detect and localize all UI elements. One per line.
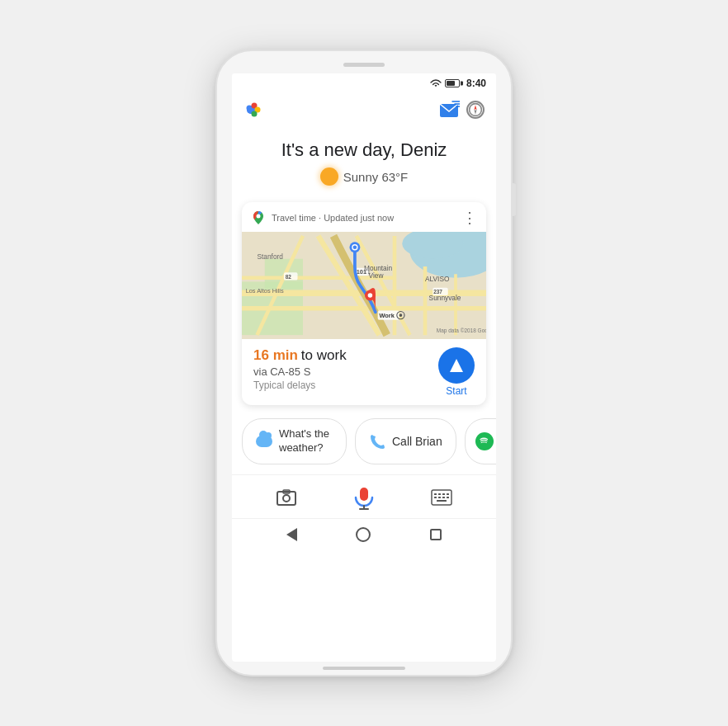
card-header: Travel time · Updated just now ⋮ (242, 202, 486, 232)
call-brian-label: Call Brian (392, 435, 442, 448)
recents-square-icon (430, 529, 442, 540)
svg-text:View: View (369, 271, 385, 280)
travel-delays: Typical delays (253, 380, 347, 391)
start-button-circle (438, 347, 475, 384)
travel-time-label: to work (301, 347, 347, 364)
svg-text:Map data ©2018 Google: Map data ©2018 Google (437, 328, 486, 334)
home-circle-icon (356, 527, 371, 542)
travel-card: Travel time · Updated just now ⋮ (242, 202, 486, 405)
navigation-arrow-icon (450, 359, 463, 372)
travel-route: via CA-85 S (253, 365, 347, 378)
microphone-button[interactable] (350, 483, 378, 512)
weather-chip-label: What's the weather? (279, 427, 333, 455)
status-bar: 8:40 (232, 73, 496, 92)
travel-time-row: 16 min to work (253, 347, 347, 364)
microphone-svg (351, 484, 377, 511)
card-menu-button[interactable]: ⋮ (462, 209, 478, 227)
svg-text:ALVISO: ALVISO (425, 275, 450, 283)
volume-button (512, 183, 516, 216)
svg-marker-11 (474, 105, 476, 110)
svg-point-5 (252, 111, 258, 117)
svg-point-14 (257, 214, 261, 219)
svg-text:Stanford: Stanford (258, 252, 284, 261)
cloud-icon (256, 436, 272, 447)
svg-text:Sunnyvale: Sunnyvale (429, 295, 461, 303)
start-button-label: Start (446, 385, 466, 397)
svg-point-2 (247, 106, 253, 111)
start-button[interactable]: Start (438, 347, 475, 397)
svg-point-46 (368, 293, 373, 298)
svg-rect-64 (438, 497, 441, 498)
svg-marker-12 (474, 110, 476, 115)
map-area: 101 101 237 82 Stanford Los Altos Hills … (242, 232, 486, 339)
svg-rect-66 (447, 497, 449, 498)
screenshot-svg (276, 487, 297, 508)
svg-rect-65 (442, 497, 445, 498)
svg-rect-59 (434, 493, 437, 495)
battery-icon (445, 79, 460, 87)
greeting-title: It's a new day, Deniz (248, 139, 480, 161)
sun-icon (320, 167, 338, 186)
weather-text: Sunny 63°F (343, 170, 409, 184)
phone-speaker (343, 63, 385, 67)
phone-call-icon (369, 433, 385, 450)
battery-fill (447, 81, 456, 86)
card-subtitle: Travel time · Updated just now (272, 213, 394, 223)
spotify-chip[interactable]: L (465, 418, 496, 464)
ga-logo-svg (243, 98, 267, 121)
card-info: 16 min to work via CA-85 S Typical delay… (242, 339, 486, 405)
svg-text:82: 82 (286, 274, 292, 280)
weather-chip[interactable]: What's the weather? (242, 418, 347, 464)
svg-point-44 (353, 245, 357, 249)
greeting-section: It's a new day, Deniz Sunny 63°F (232, 125, 496, 194)
home-bar (323, 667, 405, 670)
call-icon (369, 433, 385, 450)
chips-row: What's the weather? Call Brian (232, 413, 496, 474)
google-assistant-logo (243, 98, 267, 121)
app-bar-icons (438, 101, 485, 119)
spotify-logo (479, 436, 489, 446)
app-bar (232, 92, 496, 125)
status-time: 8:40 (466, 78, 486, 89)
back-triangle-icon (286, 528, 297, 541)
svg-rect-60 (438, 493, 441, 495)
call-brian-chip[interactable]: Call Brian (355, 418, 456, 464)
phone-bottom (323, 662, 405, 675)
spotify-icon (475, 432, 494, 450)
map-svg: 101 101 237 82 Stanford Los Altos Hills … (242, 232, 486, 339)
phone-screen: 8:40 (232, 73, 496, 662)
keyboard-icon[interactable] (430, 486, 453, 509)
status-icons: 8:40 (430, 78, 486, 89)
card-info-left: 16 min to work via CA-85 S Typical delay… (253, 347, 347, 391)
svg-text:Los Altos Hills: Los Altos Hills (246, 287, 284, 295)
svg-rect-67 (437, 500, 447, 502)
svg-rect-63 (434, 497, 437, 498)
weather-row: Sunny 63°F (248, 167, 480, 186)
bottom-toolbar (232, 474, 496, 518)
weather-chip-icon (256, 433, 272, 450)
travel-time-number: 16 min (253, 347, 298, 364)
svg-text:Work: Work (380, 312, 395, 319)
svg-point-50 (399, 314, 403, 317)
keyboard-svg (431, 489, 452, 506)
wifi-icon (430, 79, 442, 88)
screenshot-icon[interactable] (275, 486, 298, 509)
svg-rect-55 (360, 488, 368, 501)
phone-device: 8:40 (215, 50, 513, 676)
svg-rect-62 (447, 493, 449, 495)
svg-point-53 (283, 495, 290, 502)
notification-icon[interactable] (438, 101, 456, 119)
card-header-left: Travel time · Updated just now (250, 210, 394, 226)
home-button[interactable] (356, 527, 371, 542)
svg-rect-61 (442, 493, 445, 495)
recents-button[interactable] (430, 529, 442, 540)
maps-logo (250, 210, 267, 226)
nav-bar (232, 518, 496, 552)
back-button[interactable] (286, 528, 297, 541)
compass-icon[interactable] (466, 101, 485, 119)
